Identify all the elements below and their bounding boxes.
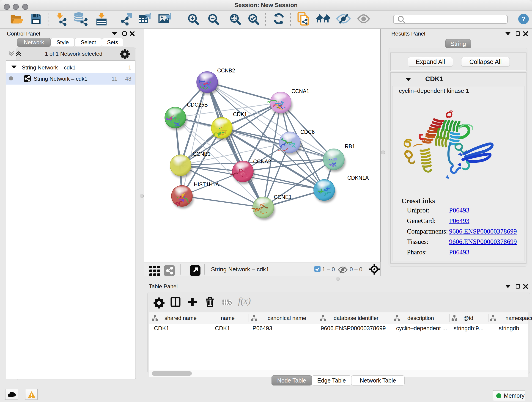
svg-text:CCNA2: CCNA2: [253, 159, 271, 165]
svg-text:CCNB1: CCNB1: [193, 151, 210, 157]
svg-text:CDC6: CDC6: [300, 129, 315, 135]
svg-text:CDKN1A: CDKN1A: [347, 175, 369, 181]
svg-text:CCNE1: CCNE1: [274, 194, 292, 200]
svg-text:CCNA1: CCNA1: [291, 88, 309, 94]
svg-text:RB1: RB1: [345, 143, 355, 149]
svg-text:CDC25B: CDC25B: [187, 102, 208, 108]
svg-text:HIST1H1A: HIST1H1A: [194, 182, 219, 187]
svg-text:?: ?: [521, 15, 526, 23]
svg-text:CCNB2: CCNB2: [217, 68, 235, 74]
svg-text:CDK1: CDK1: [233, 111, 247, 117]
